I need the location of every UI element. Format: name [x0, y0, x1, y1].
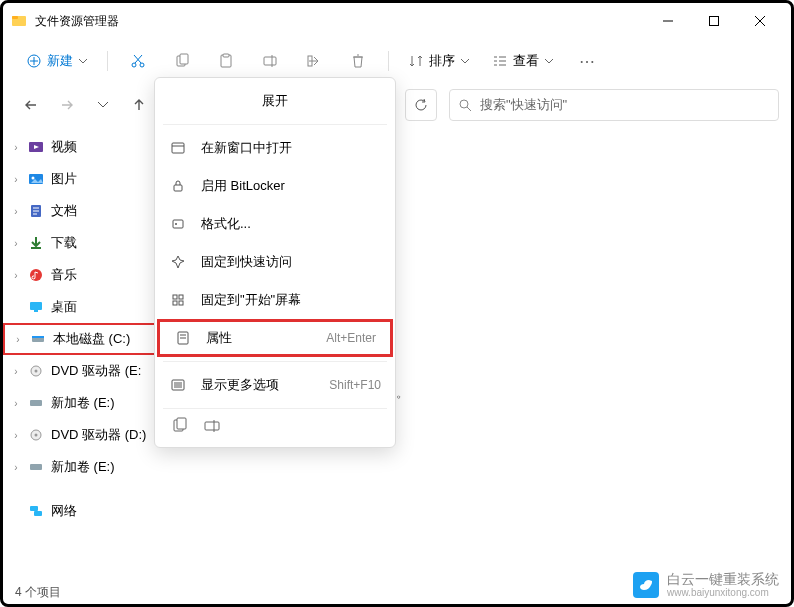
svg-point-26	[460, 100, 468, 108]
svg-rect-73	[205, 422, 219, 430]
context-menu: 展开 在新窗口中打开 启用 BitLocker 格式化... 固定到快速访问 固…	[154, 77, 396, 448]
sidebar-item-local-disk-c[interactable]: ›本地磁盘 (C:)	[3, 323, 168, 355]
toolbar: 新建 排序 查看 ⋯	[3, 39, 791, 83]
search-input[interactable]: 搜索"快速访问"	[449, 89, 779, 121]
svg-rect-62	[173, 301, 177, 305]
svg-rect-72	[177, 418, 186, 429]
svg-rect-16	[223, 54, 229, 57]
svg-rect-1	[12, 16, 18, 19]
svg-point-47	[35, 434, 38, 437]
more-button[interactable]: ⋯	[569, 45, 605, 77]
rename-icon[interactable]	[203, 417, 221, 439]
window-icon	[169, 139, 187, 157]
properties-icon	[174, 329, 192, 347]
svg-rect-48	[30, 464, 42, 470]
new-button[interactable]: 新建	[19, 48, 95, 74]
maximize-button[interactable]	[691, 5, 737, 37]
sidebar-item-downloads[interactable]: ›下载	[3, 227, 168, 259]
svg-point-59	[175, 223, 177, 225]
sidebar-item-documents[interactable]: ›文档	[3, 195, 168, 227]
up-button[interactable]	[123, 89, 155, 121]
view-icon	[493, 54, 507, 68]
ctx-pin-quick[interactable]: 固定到快速访问	[155, 243, 395, 281]
copy-icon[interactable]	[171, 417, 189, 439]
svg-rect-3	[710, 17, 719, 26]
svg-rect-61	[179, 295, 183, 299]
window-title: 文件资源管理器	[35, 13, 645, 30]
sort-button[interactable]: 排序	[401, 48, 477, 74]
paste-button[interactable]	[208, 45, 244, 77]
back-button[interactable]	[15, 89, 47, 121]
sidebar-item-dvd-e[interactable]: ›DVD 驱动器 (E:	[3, 355, 168, 387]
svg-rect-17	[264, 57, 276, 65]
svg-line-27	[467, 107, 471, 111]
sidebar-item-music[interactable]: ›音乐	[3, 259, 168, 291]
minimize-button[interactable]	[645, 5, 691, 37]
svg-point-38	[30, 269, 42, 281]
svg-rect-50	[34, 511, 42, 516]
navbar: 搜索"快速访问"	[3, 83, 791, 127]
svg-point-9	[132, 63, 136, 67]
svg-rect-45	[30, 400, 42, 406]
svg-line-12	[134, 55, 141, 63]
lock-icon	[169, 177, 187, 195]
chevron-down-icon	[461, 59, 469, 64]
app-icon	[11, 13, 27, 29]
svg-rect-55	[172, 143, 184, 153]
ctx-more-options[interactable]: 显示更多选项Shift+F10	[155, 366, 395, 404]
svg-rect-42	[32, 336, 44, 338]
titlebar: 文件资源管理器	[3, 3, 791, 39]
svg-rect-14	[180, 54, 188, 64]
sort-icon	[409, 54, 423, 68]
view-button[interactable]: 查看	[485, 48, 561, 74]
pin-icon	[169, 253, 187, 271]
item-count: 4 个项目	[15, 584, 61, 601]
watermark: 白云一键重装系统 www.baiyunxitong.com	[633, 572, 779, 598]
cut-button[interactable]	[120, 45, 156, 77]
delete-button[interactable]	[340, 45, 376, 77]
chevron-down-icon	[545, 59, 553, 64]
rename-button[interactable]	[252, 45, 288, 77]
svg-rect-60	[173, 295, 177, 299]
sidebar-item-network[interactable]: 网络	[3, 495, 168, 527]
sidebar-item-pictures[interactable]: ›图片	[3, 163, 168, 195]
copy-button[interactable]	[164, 45, 200, 77]
svg-point-31	[32, 177, 35, 180]
watermark-logo	[633, 572, 659, 598]
share-button[interactable]	[296, 45, 332, 77]
svg-line-11	[135, 55, 142, 63]
ctx-pin-start[interactable]: 固定到"开始"屏幕	[155, 281, 395, 319]
ctx-bitlocker[interactable]: 启用 BitLocker	[155, 167, 395, 205]
sidebar-item-videos[interactable]: ›视频	[3, 131, 168, 163]
sidebar-item-dvd-d[interactable]: ›DVD 驱动器 (D:)	[3, 419, 168, 451]
search-icon	[458, 98, 472, 112]
sidebar-item-volume-e2[interactable]: ›新加卷 (E:)	[3, 451, 168, 483]
svg-rect-39	[30, 302, 42, 310]
ctx-format[interactable]: 格式化...	[155, 205, 395, 243]
forward-button[interactable]	[51, 89, 83, 121]
more-icon	[169, 376, 187, 394]
svg-rect-57	[174, 185, 182, 191]
svg-rect-63	[179, 301, 183, 305]
svg-rect-58	[173, 220, 183, 228]
ctx-properties[interactable]: 属性Alt+Enter	[157, 319, 393, 357]
refresh-button[interactable]	[405, 89, 437, 121]
plus-icon	[27, 54, 41, 68]
ctx-expand[interactable]: 展开	[155, 82, 395, 120]
svg-rect-49	[30, 506, 38, 511]
chevron-down-icon	[79, 59, 87, 64]
sidebar-item-desktop[interactable]: 桌面	[3, 291, 168, 323]
format-icon	[169, 215, 187, 233]
svg-point-10	[140, 63, 144, 67]
svg-point-44	[35, 370, 38, 373]
recent-button[interactable]	[87, 89, 119, 121]
svg-rect-40	[34, 310, 38, 312]
ctx-new-window[interactable]: 在新窗口中打开	[155, 129, 395, 167]
pin-start-icon	[169, 291, 187, 309]
sidebar: ›视频 ›图片 ›文档 ›下载 ›音乐 桌面 ›本地磁盘 (C:) ›DVD 驱…	[3, 127, 168, 580]
sidebar-item-volume-e[interactable]: ›新加卷 (E:)	[3, 387, 168, 419]
close-button[interactable]	[737, 5, 783, 37]
